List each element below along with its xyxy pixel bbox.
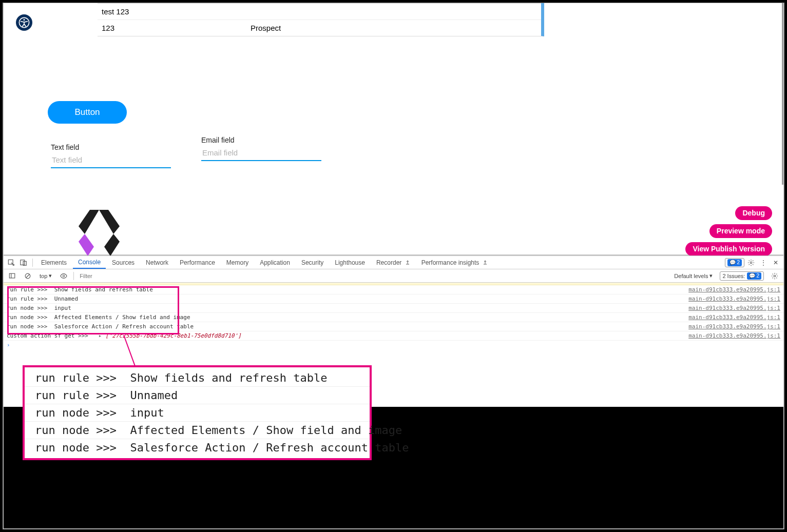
table-row[interactable]: 123 Prospect: [98, 19, 541, 36]
inspect-icon[interactable]: [6, 257, 17, 268]
text-field-group: Text field: [51, 143, 171, 168]
more-icon[interactable]: ⋮: [758, 257, 769, 268]
zoom-row: run rule >>> Show fields and refresh tab…: [25, 369, 370, 387]
svg-point-11: [774, 275, 776, 277]
console-log-row: run node >>> Salesforce Action / Refresh…: [4, 322, 783, 331]
console-log-list: run rule >>> Show fields and refresh tab…: [4, 285, 783, 349]
svg-point-5: [750, 262, 752, 264]
filter-input[interactable]: [78, 271, 294, 281]
tab-recorder[interactable]: Recorder: [371, 257, 415, 268]
text-field-input[interactable]: [51, 153, 171, 168]
cell-type: Prospect: [246, 20, 541, 36]
svg-rect-6: [9, 273, 15, 278]
console-prompt[interactable]: ›: [4, 341, 783, 349]
scrollbar-thumb[interactable]: [782, 3, 783, 185]
clear-console-icon[interactable]: [22, 270, 33, 282]
console-log-row: run node >>> Affected Elements / Show fi…: [4, 313, 783, 322]
device-toggle-icon[interactable]: [18, 257, 29, 268]
cell-name: 123: [98, 20, 246, 36]
svg-point-10: [63, 275, 65, 277]
console-log-row: run rule >>> Unnamed main-d91cb333.e9a20…: [4, 294, 783, 304]
accessibility-icon[interactable]: [16, 14, 32, 31]
console-settings-icon[interactable]: [769, 270, 780, 282]
table-row[interactable]: test 123: [98, 3, 541, 19]
tab-perf-insights[interactable]: Performance insights: [416, 257, 493, 268]
brand-logo-icon: [73, 206, 125, 257]
preview-mode-button[interactable]: Preview mode: [709, 224, 772, 238]
email-field-input[interactable]: [201, 146, 321, 161]
cell-type: [246, 4, 541, 19]
source-link[interactable]: main-d91cb333.e9a20995.js:1: [688, 305, 780, 311]
console-log-row: custom action sf get >>> ▸ ['27c2555b-7b…: [4, 331, 783, 341]
source-link[interactable]: main-d91cb333.e9a20995.js:1: [688, 314, 780, 321]
sidebar-toggle-icon[interactable]: [7, 270, 18, 282]
tab-performance[interactable]: Performance: [175, 257, 220, 268]
svg-line-9: [26, 274, 30, 278]
tab-security[interactable]: Security: [296, 257, 329, 268]
source-link[interactable]: main-d91cb333.e9a20995.js:1: [688, 295, 780, 302]
view-publish-button[interactable]: View Publish Version: [685, 242, 772, 256]
console-log-row: run rule >>> Show fields and refresh tab…: [4, 285, 783, 294]
tab-console[interactable]: Console: [73, 257, 106, 269]
source-link[interactable]: main-d91cb333.e9a20995.js:1: [688, 323, 780, 330]
eye-icon[interactable]: [58, 270, 69, 282]
context-select[interactable]: top ▾: [37, 272, 54, 280]
annotation-zoom-panel: run rule >>> Show fields and refresh tab…: [23, 365, 372, 460]
zoom-row: run node >>> Affected Elements / Show fi…: [25, 422, 370, 439]
svg-rect-3: [21, 260, 25, 265]
cell-name: test 123: [98, 4, 246, 19]
zoom-row: run rule >>> Unnamed: [25, 387, 370, 404]
email-field-label: Email field: [201, 136, 321, 144]
tab-memory[interactable]: Memory: [221, 257, 254, 268]
text-field-label: Text field: [51, 143, 171, 151]
tab-application[interactable]: Application: [255, 257, 295, 268]
source-link[interactable]: main-d91cb333.e9a20995.js:1: [688, 286, 780, 293]
error-count-badge[interactable]: 💬 2: [725, 258, 744, 267]
app-canvas: test 123 123 Prospect Button Text field …: [4, 3, 783, 254]
tab-elements[interactable]: Elements: [36, 257, 72, 268]
debug-button[interactable]: Debug: [735, 206, 772, 220]
issues-badge[interactable]: 2 Issues: 💬 2: [720, 271, 764, 281]
tab-lighthouse[interactable]: Lighthouse: [330, 257, 370, 268]
primary-button[interactable]: Button: [48, 101, 127, 124]
zoom-row: run node >>> Salesforce Action / Refresh…: [25, 439, 370, 456]
tab-network[interactable]: Network: [141, 257, 174, 268]
tab-sources[interactable]: Sources: [107, 257, 140, 268]
data-table: test 123 123 Prospect: [98, 3, 544, 36]
svg-point-1: [24, 19, 25, 21]
log-levels-select[interactable]: Default levels ▾: [672, 272, 715, 280]
zoom-row: run node >>> input: [25, 404, 370, 422]
close-icon[interactable]: ✕: [770, 257, 781, 268]
console-log-row: run node >>> input main-d91cb333.e9a2099…: [4, 304, 783, 313]
email-field-group: Email field: [201, 136, 321, 161]
source-link[interactable]: main-d91cb333.e9a20995.js:1: [688, 332, 780, 339]
settings-icon[interactable]: [745, 257, 757, 268]
